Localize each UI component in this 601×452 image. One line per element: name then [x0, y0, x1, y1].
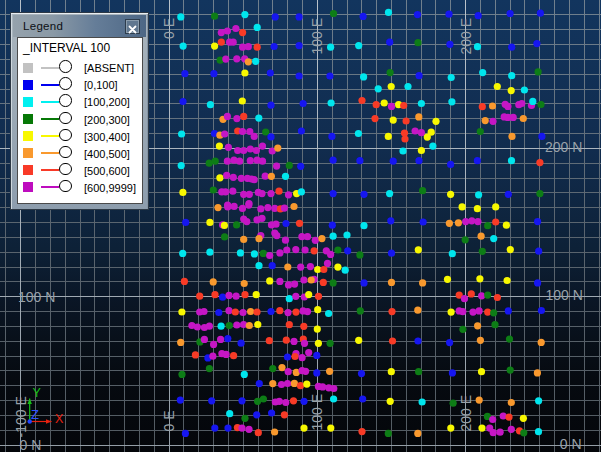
- svg-text:Y: Y: [33, 386, 42, 400]
- svg-text:0 N: 0 N: [560, 436, 582, 452]
- svg-text:200 E: 200 E: [458, 395, 474, 432]
- svg-text:-100 E: -100 E: [13, 396, 29, 437]
- svg-text:200 N: 200 N: [545, 139, 582, 155]
- svg-text:100 E: 100 E: [309, 18, 325, 55]
- svg-text:X: X: [55, 412, 64, 426]
- svg-text:100 E: 100 E: [309, 394, 325, 431]
- svg-text:0 N: 0 N: [20, 437, 42, 452]
- svg-text:100 N: 100 N: [546, 287, 583, 303]
- svg-text:Z: Z: [31, 407, 39, 422]
- svg-text:0 E: 0 E: [161, 18, 177, 39]
- svg-text:0 E: 0 E: [161, 410, 177, 431]
- svg-text:200 E: 200 E: [458, 18, 474, 55]
- svg-text:100 N: 100 N: [18, 289, 55, 305]
